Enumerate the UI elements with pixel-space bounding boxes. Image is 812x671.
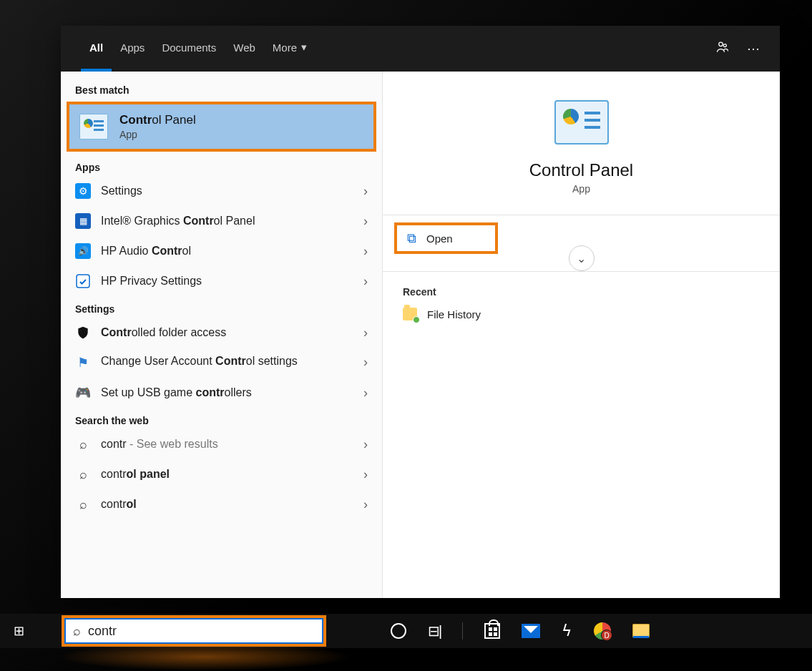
search-input[interactable]	[88, 624, 315, 639]
web-result-1-label: contr - See web results	[101, 438, 218, 451]
task-view-icon[interactable]: ⊟|	[428, 622, 441, 640]
search-icon: ⌕	[73, 624, 81, 639]
best-match-subtitle: App	[119, 129, 196, 140]
taskbar: ⊞ ⌕ ⊟| ϟ	[0, 614, 812, 648]
search-icon: ⌕	[75, 496, 91, 512]
recent-item-label: File History	[427, 308, 481, 320]
match-rest: ol Panel	[152, 113, 195, 127]
setting-cfa-label: Controlled folder access	[101, 326, 226, 339]
app-intel-graphics[interactable]: ▦ Intel® Graphics Control Panel ›	[61, 206, 382, 236]
bolt-app-icon[interactable]: ϟ	[562, 622, 572, 640]
web-result-3-label: control	[101, 498, 137, 511]
chevron-right-icon[interactable]: ›	[363, 355, 368, 370]
label-suffix: - See web results	[127, 438, 218, 450]
chevron-right-icon[interactable]: ›	[363, 386, 368, 401]
search-box[interactable]: ⌕	[64, 618, 323, 644]
app-settings[interactable]: ⚙ Settings ›	[61, 176, 382, 206]
tab-apps[interactable]: Apps	[112, 26, 153, 72]
app-hp-audio[interactable]: 🔊 HP Audio Control ›	[61, 236, 382, 266]
file-explorer-icon[interactable]	[632, 624, 650, 638]
best-match-title: Control Panel	[119, 113, 196, 127]
chrome-icon[interactable]	[594, 622, 611, 640]
setting-uac-label: Change User Account Control settings	[101, 355, 298, 368]
taskbar-icons: ⊟| ϟ	[391, 622, 650, 640]
cortana-icon[interactable]	[391, 623, 406, 639]
label-pre: Change User Account	[101, 355, 215, 367]
tab-web[interactable]: Web	[225, 26, 264, 72]
control-panel-icon	[79, 114, 108, 139]
app-settings-label: Settings	[101, 185, 142, 197]
app-hp-privacy[interactable]: HP Privacy Settings ›	[61, 266, 382, 296]
search-icon: ⌕	[75, 466, 91, 482]
tab-documents[interactable]: Documents	[153, 26, 225, 72]
best-match-result[interactable]: Control Panel App	[67, 102, 376, 152]
label-pre: Set up USB game	[101, 386, 196, 398]
shield-icon	[75, 325, 91, 341]
label-pre: Intel® Graphics	[101, 215, 183, 227]
chevron-right-icon[interactable]: ›	[363, 467, 368, 482]
web-result-3[interactable]: ⌕ control ›	[61, 489, 382, 519]
match-highlight: ol	[127, 498, 137, 510]
label-pre: contr	[101, 498, 127, 510]
label-post: ol Panel	[214, 215, 255, 227]
taskbar-separator	[462, 622, 463, 640]
match-highlight: Contr	[152, 245, 182, 257]
preview-title: Control Panel	[383, 160, 780, 180]
svg-point-0	[719, 42, 723, 46]
label-post: olled folder access	[132, 326, 227, 338]
svg-rect-2	[77, 275, 89, 288]
controller-icon: 🎮	[75, 385, 91, 401]
open-label: Open	[426, 232, 453, 245]
tabs-right-group: ⋯	[715, 40, 780, 58]
section-apps: Apps	[61, 155, 382, 176]
chevron-right-icon[interactable]: ›	[363, 497, 368, 512]
chevron-right-icon[interactable]: ›	[363, 214, 368, 229]
chevron-right-icon[interactable]: ›	[363, 274, 368, 289]
chevron-right-icon[interactable]: ›	[363, 184, 368, 199]
search-tabs-bar: All Apps Documents Web More ▾ ⋯	[61, 26, 780, 72]
tab-all[interactable]: All	[81, 26, 112, 72]
svg-point-1	[723, 44, 726, 46]
search-icon: ⌕	[75, 436, 91, 452]
setting-controlled-folder[interactable]: Controlled folder access ›	[61, 318, 382, 348]
web-result-2-label: control panel	[101, 468, 170, 481]
mail-icon[interactable]	[522, 624, 540, 638]
tab-more-label: More	[273, 41, 297, 54]
start-button[interactable]: ⊞	[0, 623, 37, 639]
flag-icon: ⚑	[75, 355, 91, 371]
microsoft-store-icon[interactable]	[484, 623, 500, 639]
more-options-icon[interactable]: ⋯	[747, 41, 760, 57]
feedback-icon[interactable]	[715, 40, 730, 58]
match-highlight: Contr	[183, 215, 214, 227]
tabs-left-group: All Apps Documents Web More ▾	[81, 26, 315, 72]
expand-toggle[interactable]: ⌄	[569, 245, 595, 271]
audio-icon: 🔊	[75, 243, 91, 259]
control-panel-icon-large	[554, 100, 609, 145]
match-highlight: contr	[196, 386, 225, 398]
section-best-match: Best match	[61, 77, 382, 99]
recent-label: Recent	[403, 286, 760, 298]
results-left-column: Best match Control Panel App Apps ⚙ Sett…	[61, 72, 383, 598]
match-highlight: ol panel	[127, 468, 170, 480]
chevron-right-icon[interactable]: ›	[363, 325, 368, 341]
app-hp-privacy-label: HP Privacy Settings	[101, 275, 202, 288]
setting-game-controllers[interactable]: 🎮 Set up USB game controllers ›	[61, 378, 382, 408]
preview-subtitle: App	[383, 183, 780, 195]
setting-uac[interactable]: ⚑ Change User Account Control settings ›	[61, 348, 382, 378]
recent-file-history[interactable]: File History	[403, 308, 760, 320]
chevron-down-icon: ▾	[301, 41, 307, 54]
web-result-2[interactable]: ⌕ control panel ›	[61, 459, 382, 489]
app-intel-label: Intel® Graphics Control Panel	[101, 215, 255, 227]
search-box-highlight: ⌕	[62, 615, 326, 647]
label-term: contr	[101, 438, 127, 450]
open-button[interactable]: ⧉ Open	[394, 222, 498, 254]
label-post: ol	[182, 245, 191, 257]
web-result-1[interactable]: ⌕ contr - See web results ›	[61, 429, 382, 459]
tab-more[interactable]: More ▾	[264, 26, 315, 72]
match-highlight: Contr	[215, 355, 246, 367]
panel-body: Best match Control Panel App Apps ⚙ Sett…	[61, 72, 780, 598]
divider	[383, 215, 780, 215]
chevron-right-icon[interactable]: ›	[363, 244, 368, 259]
folder-history-icon	[403, 308, 417, 320]
chevron-right-icon[interactable]: ›	[363, 437, 368, 452]
